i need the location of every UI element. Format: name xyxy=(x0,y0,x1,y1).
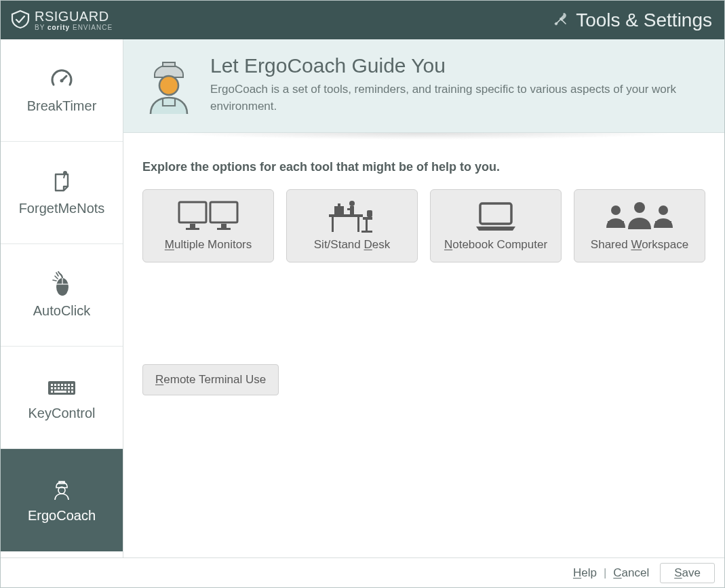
help-link[interactable]: Help xyxy=(573,566,597,580)
sidebar-item-label: ForgetMeNots xyxy=(19,201,105,216)
svg-rect-14 xyxy=(71,384,73,386)
sidebar-item-label: ErgoCoach xyxy=(28,508,96,524)
svg-rect-31 xyxy=(210,202,237,222)
tool-label: Notebook Computer xyxy=(444,238,547,252)
svg-rect-45 xyxy=(363,217,372,220)
multiple-monitors-icon xyxy=(176,200,240,233)
sidebar-item-autoclick[interactable]: AutoClick xyxy=(1,244,123,347)
footer-separator: | xyxy=(604,566,606,580)
brand-logo: RSIGUARD BY cority ENVIANCE xyxy=(10,9,113,32)
svg-rect-47 xyxy=(361,231,372,233)
svg-rect-32 xyxy=(190,224,195,228)
svg-rect-8 xyxy=(51,384,53,386)
svg-point-29 xyxy=(159,76,178,95)
sidebar-item-label: KeyControl xyxy=(28,406,96,421)
svg-line-2 xyxy=(62,76,66,81)
tools-icon xyxy=(553,11,569,30)
coach-illustration-icon xyxy=(142,54,195,114)
svg-rect-43 xyxy=(347,208,354,210)
svg-rect-10 xyxy=(58,384,60,386)
tool-shared-workspace[interactable]: Shared Workspace xyxy=(574,189,705,262)
svg-rect-21 xyxy=(71,387,73,389)
svg-rect-33 xyxy=(186,228,199,230)
svg-rect-28 xyxy=(163,62,175,66)
brand-mark-icon xyxy=(10,9,31,32)
gauge-icon xyxy=(50,67,74,92)
svg-rect-40 xyxy=(338,203,340,206)
app-window: RSIGUARD BY cority ENVIANCE Tools & Sett… xyxy=(0,0,725,588)
brand-subtitle: BY cority ENVIANCE xyxy=(35,24,113,31)
tool-row: Multiple Monitors xyxy=(142,189,705,262)
save-button[interactable]: Save xyxy=(660,563,715,583)
svg-rect-12 xyxy=(64,384,66,386)
tool-remote-terminal[interactable]: Remote Terminal Use xyxy=(142,364,279,395)
brand-name: RSIGUARD xyxy=(35,9,113,23)
tool-label: Sit/Stand Desk xyxy=(314,238,390,252)
coach-icon xyxy=(50,477,74,501)
header-title-group: Tools & Settings xyxy=(553,9,712,31)
page-title: Tools & Settings xyxy=(576,9,712,31)
svg-rect-44 xyxy=(366,220,368,232)
main-panel: Let ErgoCoach Guide You ErgoCoach is a s… xyxy=(123,39,724,557)
svg-rect-19 xyxy=(64,387,66,389)
sidebar-item-label: AutoClick xyxy=(33,303,90,319)
svg-rect-20 xyxy=(68,387,70,389)
footer-bar: Help | Cancel Save xyxy=(1,557,724,587)
svg-point-49 xyxy=(611,205,621,215)
svg-rect-18 xyxy=(61,387,63,389)
hero-title: Let ErgoCoach Guide You xyxy=(210,54,685,77)
sidebar-item-ergocoach[interactable]: ErgoCoach xyxy=(1,449,123,551)
hero-banner: Let ErgoCoach Guide You ErgoCoach is a s… xyxy=(123,39,724,133)
svg-rect-25 xyxy=(71,391,73,393)
svg-rect-17 xyxy=(58,387,60,389)
explore-heading: Explore the options for each tool that m… xyxy=(142,160,705,174)
keyboard-icon xyxy=(47,374,77,399)
svg-rect-9 xyxy=(54,384,56,386)
sit-stand-desk-icon xyxy=(325,200,379,233)
svg-rect-11 xyxy=(61,384,63,386)
svg-rect-35 xyxy=(217,228,231,230)
sidebar-item-keycontrol[interactable]: KeyControl xyxy=(1,347,123,449)
svg-point-52 xyxy=(659,205,668,215)
tool-notebook-computer[interactable]: Notebook Computer xyxy=(430,189,562,262)
hero-shadow xyxy=(123,133,724,152)
mouse-icon xyxy=(50,272,73,296)
note-icon xyxy=(50,170,73,194)
tool-sit-stand-desk[interactable]: Sit/Stand Desk xyxy=(286,189,418,262)
svg-point-51 xyxy=(634,202,645,213)
svg-rect-30 xyxy=(179,202,206,222)
sidebar-item-label: BreakTimer xyxy=(27,98,97,114)
sidebar-item-breaktimer[interactable]: BreakTimer xyxy=(1,39,123,142)
sidebar-item-forgetmenots[interactable]: ForgetMeNots xyxy=(1,142,123,244)
tool-multiple-monitors[interactable]: Multiple Monitors xyxy=(142,189,274,262)
sidebar: BreakTimer ForgetMeNots xyxy=(1,39,123,557)
header-bar: RSIGUARD BY cority ENVIANCE Tools & Sett… xyxy=(1,1,724,39)
svg-rect-22 xyxy=(51,391,53,393)
svg-rect-36 xyxy=(329,214,363,217)
svg-rect-37 xyxy=(332,217,334,232)
svg-rect-34 xyxy=(221,224,227,228)
tool-label: Shared Workspace xyxy=(591,238,688,252)
tool-label: Multiple Monitors xyxy=(165,238,252,252)
hero-description: ErgoCoach is a set of tools, reminders, … xyxy=(210,81,685,115)
svg-rect-46 xyxy=(367,210,372,217)
svg-rect-16 xyxy=(54,387,56,389)
shared-workspace-icon xyxy=(602,200,677,233)
notebook-icon xyxy=(472,200,520,233)
svg-rect-48 xyxy=(480,203,511,224)
svg-rect-13 xyxy=(68,384,70,386)
svg-rect-50 xyxy=(608,221,624,224)
svg-rect-53 xyxy=(655,221,671,224)
svg-rect-38 xyxy=(357,217,359,232)
svg-rect-23 xyxy=(54,391,66,393)
svg-point-41 xyxy=(349,201,355,206)
svg-rect-24 xyxy=(68,391,70,393)
svg-rect-15 xyxy=(51,387,53,389)
svg-rect-39 xyxy=(334,206,344,214)
cancel-link[interactable]: Cancel xyxy=(613,566,649,580)
